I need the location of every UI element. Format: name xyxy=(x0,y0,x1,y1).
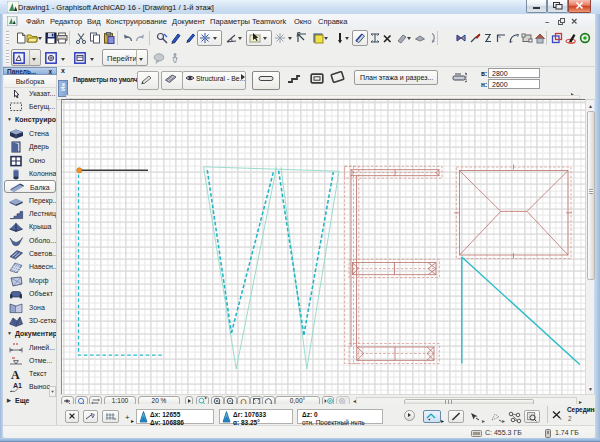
svg-text:A1: A1 xyxy=(13,382,22,389)
svg-text:A: A xyxy=(11,368,20,380)
